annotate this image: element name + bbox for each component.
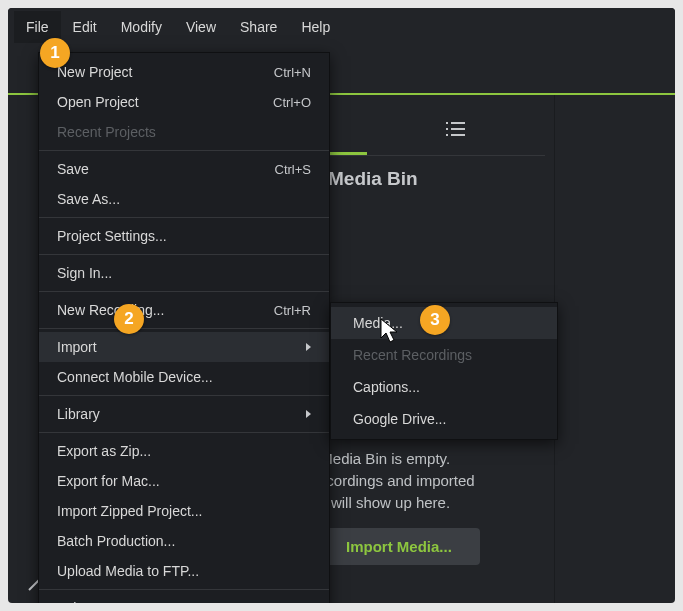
submenu-item-captions[interactable]: Captions...: [331, 371, 557, 403]
menu-item-label: Import: [57, 339, 97, 355]
menu-item-save[interactable]: SaveCtrl+S: [39, 154, 329, 184]
submenu-arrow-icon: [306, 343, 311, 351]
menu-item-shortcut: Ctrl+R: [274, 303, 311, 318]
menu-item-label: Save As...: [57, 191, 120, 207]
menu-item-label: Import Zipped Project...: [57, 503, 203, 519]
menu-item-sign-in[interactable]: Sign In...: [39, 258, 329, 288]
menu-share[interactable]: Share: [228, 11, 289, 43]
menu-item-recent-projects: Recent Projects: [39, 117, 329, 147]
menu-item-save-as[interactable]: Save As...: [39, 184, 329, 214]
submenu-item-google-drive[interactable]: Google Drive...: [331, 403, 557, 435]
app-window: File Edit Modify View Share Help Media B…: [8, 8, 675, 603]
submenu-arrow-icon: [306, 410, 311, 418]
annotation-badge-3: 3: [420, 305, 450, 335]
menu-separator: [39, 254, 329, 255]
menu-item-label: Upload Media to FTP...: [57, 563, 199, 579]
menu-view[interactable]: View: [174, 11, 228, 43]
menu-item-label: Exit: [57, 600, 80, 603]
menu-item-import-zipped-project[interactable]: Import Zipped Project...: [39, 496, 329, 526]
menu-item-label: Recent Projects: [57, 124, 156, 140]
menu-separator: [39, 589, 329, 590]
menu-item-export-as-zip[interactable]: Export as Zip...: [39, 436, 329, 466]
menu-item-project-settings[interactable]: Project Settings...: [39, 221, 329, 251]
submenu-item-recent-recordings: Recent Recordings: [331, 339, 557, 371]
annotation-badge-1: 1: [40, 38, 70, 68]
menu-item-library[interactable]: Library: [39, 399, 329, 429]
media-bin-heading: Media Bin: [328, 168, 418, 190]
menu-item-shortcut: Ctrl+O: [273, 95, 311, 110]
menu-item-connect-mobile-device[interactable]: Connect Mobile Device...: [39, 362, 329, 392]
menu-item-new-project[interactable]: New ProjectCtrl+N: [39, 57, 329, 87]
annotation-badge-2: 2: [114, 304, 144, 334]
menu-item-label: Export as Zip...: [57, 443, 151, 459]
import-media-button[interactable]: Import Media...: [318, 528, 480, 565]
menu-item-label: Batch Production...: [57, 533, 175, 549]
menu-help[interactable]: Help: [289, 11, 342, 43]
menu-item-import[interactable]: Import: [39, 332, 329, 362]
menu-edit[interactable]: Edit: [61, 11, 109, 43]
import-media-label: Import Media...: [346, 538, 452, 555]
menu-separator: [39, 395, 329, 396]
menu-item-shortcut: Ctrl+S: [275, 162, 311, 177]
menu-item-label: Connect Mobile Device...: [57, 369, 213, 385]
menu-item-open-project[interactable]: Open ProjectCtrl+O: [39, 87, 329, 117]
menu-item-label: Save: [57, 161, 89, 177]
tab-list-view[interactable]: [367, 102, 546, 155]
menu-separator: [39, 291, 329, 292]
menu-item-new-recording[interactable]: New Recording...Ctrl+R: [39, 295, 329, 325]
menu-separator: [39, 217, 329, 218]
menu-item-label: Library: [57, 406, 100, 422]
menu-separator: [39, 150, 329, 151]
menu-modify[interactable]: Modify: [109, 11, 174, 43]
list-icon: [447, 122, 465, 136]
menu-separator: [39, 432, 329, 433]
menu-item-label: New Project: [57, 64, 132, 80]
menu-item-label: New Recording...: [57, 302, 164, 318]
menu-item-label: Sign In...: [57, 265, 112, 281]
menu-item-label: Export for Mac...: [57, 473, 160, 489]
menu-item-upload-media-to-ftp[interactable]: Upload Media to FTP...: [39, 556, 329, 586]
menu-item-exit[interactable]: Exit: [39, 593, 329, 603]
menu-item-shortcut: Ctrl+N: [274, 65, 311, 80]
menu-separator: [39, 328, 329, 329]
menu-item-label: Project Settings...: [57, 228, 167, 244]
menubar: File Edit Modify View Share Help: [8, 8, 675, 46]
menu-item-export-for-mac[interactable]: Export for Mac...: [39, 466, 329, 496]
menu-item-label: Open Project: [57, 94, 139, 110]
menu-item-batch-production[interactable]: Batch Production...: [39, 526, 329, 556]
file-dropdown: New ProjectCtrl+NOpen ProjectCtrl+ORecen…: [38, 52, 330, 603]
